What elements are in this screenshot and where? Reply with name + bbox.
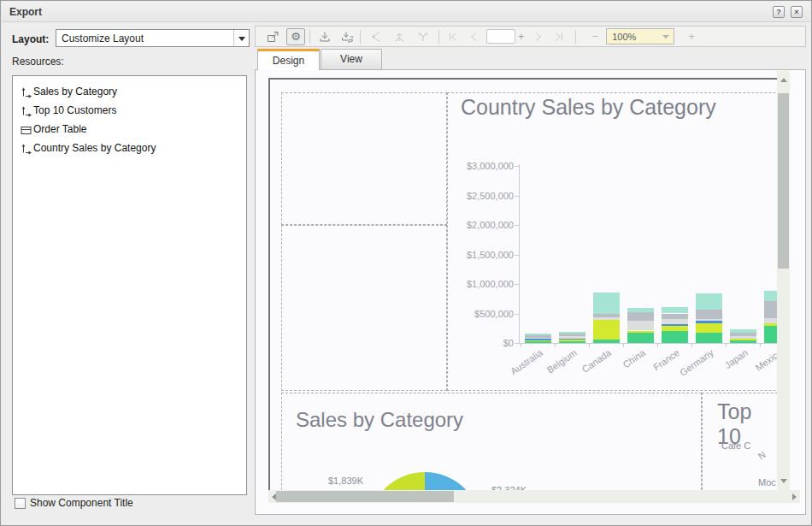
bar-segment: [764, 323, 777, 326]
tab-view[interactable]: View: [321, 49, 382, 70]
split-icon: [368, 28, 382, 45]
zoom-level-combo[interactable]: 100%: [606, 28, 674, 44]
bar-segment: [730, 339, 756, 340]
tab-design[interactable]: Design: [257, 49, 320, 70]
bar-segment: [525, 335, 551, 338]
next-page-icon: [533, 28, 544, 45]
bar-segment: [662, 314, 688, 320]
y-axis-tick: [515, 314, 519, 315]
download-all-icon[interactable]: 2: [340, 28, 356, 45]
bar-segment: [525, 340, 551, 341]
bar-segment: [730, 333, 756, 336]
bar-segment: [662, 331, 688, 343]
scroll-down-icon[interactable]: [780, 479, 787, 483]
bar-segment: [593, 340, 620, 343]
resource-item[interactable]: Top 10 Customers: [13, 101, 246, 120]
component-placeholder-2[interactable]: [281, 225, 447, 391]
zoom-in-icon: +: [688, 28, 695, 45]
resource-item[interactable]: Country Sales by Category: [13, 139, 246, 157]
resource-item-label: Top 10 Customers: [33, 104, 116, 116]
close-button[interactable]: ×: [791, 6, 803, 18]
table-icon: [21, 124, 33, 135]
bar-segment: [593, 293, 620, 314]
bar-segment: [696, 323, 722, 334]
vertical-scrollbar[interactable]: [777, 71, 790, 490]
x-axis-tick: [760, 344, 761, 347]
y-axis-tick: [515, 343, 519, 344]
bar-segment: [730, 336, 756, 339]
merge-icon: [392, 28, 406, 45]
y-axis-tick-label: $0: [428, 338, 514, 348]
bar-segment: [696, 310, 722, 318]
y-axis-tick-label: $3,000,000: [428, 161, 514, 171]
bar-segment: [662, 324, 688, 326]
bar-segment: [764, 301, 777, 317]
bar-segment: [559, 339, 585, 340]
y-axis-tick: [515, 166, 519, 167]
chevron-down-icon[interactable]: [659, 29, 674, 44]
bar-segment: [764, 318, 777, 323]
horizontal-scrollbar[interactable]: [268, 490, 800, 503]
resource-item-label: Order Table: [33, 123, 86, 135]
title-bar: Export ? ×: [2, 2, 810, 22]
bar-segment: [696, 321, 722, 322]
top10-label: Cafe C: [721, 440, 750, 451]
x-axis-line: [519, 343, 777, 344]
zoom-level-value: 100%: [612, 32, 636, 42]
y-axis-line: [519, 164, 520, 343]
page-number-input[interactable]: [486, 29, 515, 44]
bar-segment: [559, 336, 585, 338]
bar-segment: [764, 326, 777, 343]
resource-item[interactable]: Sales by Category: [13, 82, 246, 101]
x-axis-tick: [555, 344, 556, 347]
layout-dropdown[interactable]: Customize Layout: [56, 29, 250, 47]
bar-segment: [525, 339, 551, 340]
horizontal-scrollbar-thumb[interactable]: [276, 491, 454, 502]
bar-segment: [525, 341, 551, 343]
x-axis-tick: [691, 344, 692, 347]
show-component-title-checkbox[interactable]: [15, 498, 26, 509]
help-button[interactable]: ?: [773, 6, 785, 18]
x-axis-tick: [521, 344, 521, 347]
scroll-right-icon[interactable]: [792, 493, 797, 500]
y-axis-tick-label: $2,500,000: [428, 191, 514, 201]
y-axis-tick: [515, 255, 519, 256]
chevron-down-icon[interactable]: [233, 30, 249, 46]
show-component-title-label: Show Component Title: [30, 497, 133, 509]
download-icon[interactable]: [318, 28, 332, 45]
bar-segment: [696, 293, 722, 310]
toolbar-separator: [309, 30, 310, 44]
bar-segment: [764, 291, 777, 301]
y-axis-tick-label: $500,000: [428, 309, 514, 319]
chart-axis-icon: [21, 143, 33, 154]
export-icon[interactable]: [266, 28, 281, 45]
resource-item-label: Country Sales by Category: [33, 142, 156, 154]
settings-gear-icon[interactable]: ⚙: [286, 28, 305, 45]
resource-item-label: Sales by Category: [33, 86, 117, 98]
component-placeholder-1[interactable]: [281, 92, 447, 225]
preview-toolbar: ⚙ 2 + −: [255, 26, 806, 47]
chart-axis-icon: [21, 86, 33, 98]
scroll-up-icon[interactable]: [780, 78, 787, 82]
resource-item[interactable]: Order Table: [13, 120, 246, 139]
vertical-scrollbar-thumb[interactable]: [778, 93, 789, 269]
bar-segment: [662, 319, 688, 324]
layout-label: Layout:: [12, 33, 49, 45]
y-axis-tick: [515, 196, 519, 197]
bar-segment: [662, 307, 688, 314]
toolbar-separator: [575, 30, 576, 44]
bar-segment: [593, 317, 620, 320]
branch-icon: [416, 28, 430, 45]
y-axis-tick-label: $1,000,000: [428, 279, 514, 289]
resources-list[interactable]: Sales by CategoryTop 10 CustomersOrder T…: [12, 75, 247, 495]
y-axis-tick-label: $2,000,000: [428, 220, 514, 230]
pie-slice-label: $1,839K: [328, 476, 363, 486]
x-axis-tick: [589, 344, 590, 347]
bar-segment: [559, 332, 585, 333]
bar-segment: [627, 321, 654, 331]
bar-segment: [559, 334, 585, 337]
y-axis-tick: [515, 284, 519, 285]
bar-segment: [696, 333, 722, 343]
resources-label: Resources:: [12, 56, 64, 68]
bar-segment: [593, 314, 620, 317]
